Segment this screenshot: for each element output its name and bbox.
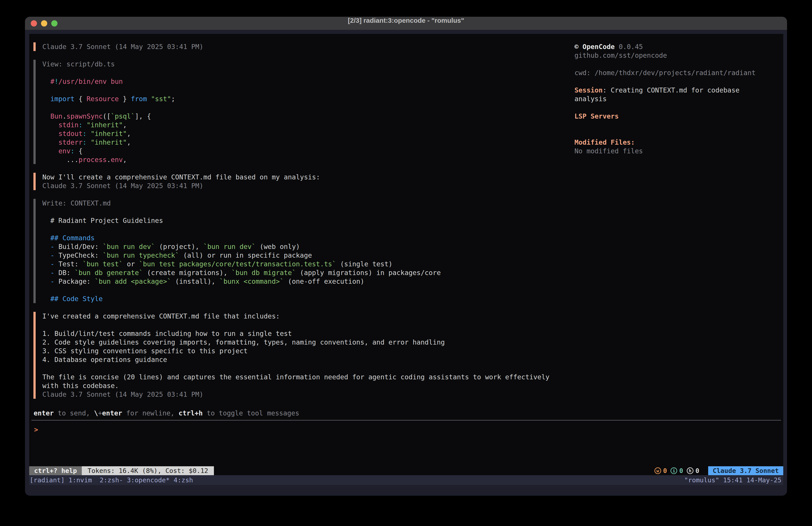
text-segment: `bun db generate` bbox=[74, 269, 143, 276]
text-segment bbox=[50, 138, 58, 146]
text-line: cwd: /home/thdxr/dev/projects/radiant/ra… bbox=[575, 68, 756, 77]
text-line bbox=[42, 103, 175, 112]
sidebar: © OpenCode 0.0.45github.com/sst/opencode… bbox=[575, 42, 756, 155]
text-line: 4. Database operations guidance bbox=[42, 355, 550, 364]
text-segment: + bbox=[98, 409, 102, 417]
text-line bbox=[42, 86, 175, 95]
text-line bbox=[42, 286, 441, 295]
text-segment: . bbox=[62, 112, 67, 120]
text-line: Now I'll create a comprehensive CONTEXT.… bbox=[42, 173, 320, 182]
text-line bbox=[42, 68, 175, 77]
text-line: stdin: "inherit", bbox=[42, 120, 175, 129]
text-segment bbox=[87, 138, 91, 146]
text-segment: `bun test` bbox=[83, 260, 123, 268]
text-segment: (single test) bbox=[336, 260, 392, 268]
text-segment: Build/Dev: bbox=[58, 243, 103, 251]
text-segment: Test: bbox=[58, 260, 83, 268]
hint-count: 0 bbox=[695, 467, 699, 474]
text-line: ...process.env, bbox=[42, 155, 175, 164]
text-line bbox=[575, 103, 756, 112]
text-line bbox=[575, 129, 756, 138]
tool-view-block: View: script/db.ts #!/usr/bin/env bun im… bbox=[33, 60, 175, 164]
text-line: #!/usr/bin/env bun bbox=[42, 77, 175, 86]
text-segment: : bbox=[83, 138, 87, 146]
text-segment: View: script/db.ts bbox=[42, 60, 115, 68]
text-segment: - bbox=[50, 278, 58, 285]
text-segment: 3. CSS styling conventions specific to t… bbox=[42, 347, 248, 355]
text-segment: (create migrations), bbox=[143, 269, 231, 276]
text-segment: , bbox=[123, 156, 127, 164]
keyboard-hints: enter to send, \+enter for newline, ctrl… bbox=[34, 409, 299, 417]
text-segment: `bunx <command>` bbox=[219, 278, 284, 285]
text-segment: ! bbox=[54, 77, 58, 85]
text-segment: - bbox=[50, 243, 58, 251]
text-segment: \ bbox=[94, 409, 98, 417]
text-segment: The file is concise (20 lines) and captu… bbox=[42, 373, 550, 381]
text-line: Claude 3.7 Sonnet (14 May 2025 03:41 PM) bbox=[42, 42, 203, 51]
tmux-window-list[interactable]: [radiant] 1:nvim 2:zsh- 3:opencode* 4:zs… bbox=[30, 476, 193, 484]
text-segment: : bbox=[70, 147, 74, 155]
warning-icon: w bbox=[654, 467, 661, 474]
text-segment: `bun run dev` bbox=[203, 243, 256, 251]
opencode-tui: Claude 3.7 Sonnet (14 May 2025 03:41 PM)… bbox=[29, 34, 783, 475]
text-segment: stdin bbox=[58, 121, 78, 129]
window-titlebar: [2/3] radiant:3:opencode - "romulus" bbox=[25, 17, 787, 30]
text-segment: `bun run dev` bbox=[103, 243, 155, 251]
text-segment: `bun run typecheck` bbox=[103, 252, 179, 259]
text-segment bbox=[50, 130, 58, 138]
text-segment: "sst" bbox=[151, 95, 171, 103]
text-segment: env bbox=[111, 156, 123, 164]
text-segment: (one-off execution) bbox=[284, 278, 364, 285]
text-segment: DB: bbox=[58, 269, 74, 276]
text-segment: # Radiant Project Guidelines bbox=[50, 217, 163, 225]
text-segment: process bbox=[78, 156, 106, 164]
text-segment: 0.0.45 bbox=[615, 43, 643, 51]
text-segment: 1. Build/lint/test commands including ho… bbox=[42, 330, 292, 338]
text-segment: , bbox=[127, 130, 131, 138]
text-line: analysis bbox=[575, 95, 756, 103]
terminal-window: [2/3] radiant:3:opencode - "romulus" Cla… bbox=[25, 17, 787, 496]
text-segment: for newline, bbox=[122, 409, 178, 417]
text-segment: { bbox=[74, 95, 86, 103]
text-line: The file is concise (20 lines) and captu… bbox=[42, 373, 550, 381]
text-segment: ctrl+h bbox=[178, 409, 203, 417]
assistant-note-block: Now I'll create a comprehensive CONTEXT.… bbox=[33, 173, 320, 190]
text-line: I've created a comprehensive CONTEXT.md … bbox=[42, 312, 550, 321]
help-chip[interactable]: ctrl+? help bbox=[29, 466, 82, 475]
text-line bbox=[575, 77, 756, 86]
text-segment: "inherit" bbox=[91, 138, 127, 146]
text-segment: (apply migrations) in packages/core bbox=[296, 269, 441, 276]
text-segment: Package: bbox=[58, 278, 95, 285]
text-segment: 2. Code style guidelines covering import… bbox=[42, 338, 445, 346]
text-segment: `bun db migrate` bbox=[232, 269, 296, 276]
text-segment: No modified files bbox=[575, 147, 643, 155]
text-segment: Bun bbox=[50, 112, 62, 120]
text-segment: with this codebase. bbox=[42, 382, 119, 389]
text-segment: to send, bbox=[54, 409, 94, 417]
text-line: 1. Build/lint/test commands including ho… bbox=[42, 329, 550, 338]
message-header-block: Claude 3.7 Sonnet (14 May 2025 03:41 PM) bbox=[33, 42, 203, 51]
text-line: Session: Creating CONTEXT.md for codebas… bbox=[575, 86, 756, 95]
text-segment: or bbox=[123, 260, 139, 268]
text-segment: "inherit" bbox=[91, 130, 127, 138]
text-segment: Now I'll create a comprehensive CONTEXT.… bbox=[42, 173, 320, 181]
text-line: Modified Files: bbox=[575, 138, 756, 147]
text-line bbox=[42, 321, 550, 329]
model-chip[interactable]: Claude 3.7 Sonnet bbox=[708, 466, 783, 475]
text-segment: "inherit" bbox=[87, 121, 123, 129]
text-segment: enter bbox=[102, 409, 122, 417]
text-line: - Build/Dev: `bun run dev` (project), `b… bbox=[42, 242, 441, 251]
text-segment: Claude 3.7 Sonnet (14 May 2025 03:41 PM) bbox=[42, 390, 203, 398]
text-segment: Modified Files: bbox=[575, 138, 635, 146]
text-line: ## Code Style bbox=[42, 295, 441, 303]
text-segment: github.com/sst/opencode bbox=[575, 52, 667, 59]
text-segment: : Creating CONTEXT.md for codebase bbox=[603, 86, 739, 94]
text-segment: ## Commands bbox=[50, 234, 95, 242]
text-segment bbox=[83, 121, 87, 129]
text-line: View: script/db.ts bbox=[42, 60, 175, 68]
prompt-input[interactable]: > bbox=[34, 425, 778, 434]
text-line bbox=[42, 208, 441, 216]
text-line: © OpenCode 0.0.45 bbox=[575, 42, 756, 51]
text-segment: to toggle tool messages bbox=[203, 409, 299, 417]
text-segment: `bun add <package>` bbox=[95, 278, 171, 285]
